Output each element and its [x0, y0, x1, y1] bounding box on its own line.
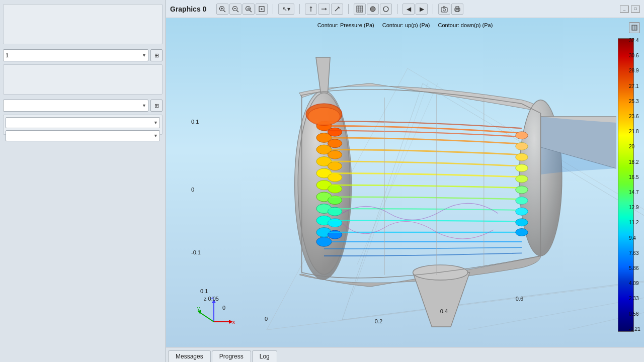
dropdown-row-1: 1 ▼ ⊞ [3, 49, 163, 61]
bottom-bar: Messages Progress Log [166, 347, 644, 362]
coord-x1: 0 [265, 316, 268, 322]
prev-btn[interactable]: ◀ [403, 4, 415, 15]
print-icon [454, 6, 461, 13]
svg-point-30 [443, 9, 446, 11]
toolbar-sep-3 [348, 4, 349, 14]
window-controls: _ □ [620, 6, 640, 13]
coord-axes-svg: z y x [196, 297, 236, 332]
panel-section-3: ▼ ▼ [3, 115, 163, 135]
scale-val-19: -1.21 [629, 327, 640, 332]
panel-section-2 [3, 64, 163, 95]
tab-messages[interactable]: Messages [168, 350, 211, 362]
contour-label-up: Contour: up(p) (Pa) [382, 22, 430, 28]
dropdown-2[interactable] [3, 100, 148, 112]
dropdown-wrapper-1[interactable]: 1 ▼ [3, 49, 148, 61]
viewport-icon-btn[interactable] [629, 22, 640, 33]
small-dropdown-1[interactable] [6, 117, 160, 128]
contour-labels: Contour: Pressure (Pa) Contour: up(p) (P… [317, 22, 493, 28]
scale-val-9: 16.5 [629, 175, 640, 180]
coord-z2: z 0.05 [204, 296, 219, 302]
toolbar-sep-5 [433, 4, 433, 14]
small-dropdown-row-2: ▼ [6, 130, 160, 141]
y-axis-label: y [197, 306, 200, 311]
shade-icon [369, 6, 376, 13]
arrow-btn[interactable]: ↖▾ [278, 4, 294, 15]
coord-z1: 0.1 [200, 288, 208, 294]
scale-val-13: 9.4 [629, 236, 640, 241]
contour-label-down: Contour: down(p) (Pa) [438, 22, 493, 28]
axis-x2: 0.2 [375, 318, 382, 324]
svg-point-28 [383, 7, 388, 12]
scale-val-6: 21.8 [629, 129, 640, 134]
zoom-fit-btn[interactable]: ⊕ [243, 4, 255, 15]
axis2-icon [320, 6, 328, 13]
svg-point-73 [516, 153, 528, 161]
graphics-viewport[interactable]: Contour: Pressure (Pa) Contour: up(p) (P… [166, 18, 644, 347]
svg-point-74 [516, 164, 528, 172]
camera-btn[interactable] [438, 4, 450, 15]
scale-val-14: 7.63 [629, 251, 640, 256]
tab-log[interactable]: Log [252, 350, 277, 362]
maximize-btn[interactable]: □ [631, 6, 640, 13]
svg-point-64 [328, 162, 342, 170]
axis-y-neg: -0.1 [191, 249, 201, 255]
svg-line-19 [335, 7, 339, 11]
svg-point-79 [516, 219, 528, 226]
svg-point-76 [516, 186, 528, 194]
wireframe-btn[interactable] [380, 4, 392, 15]
small-dropdown-wrapper-1[interactable]: ▼ [6, 117, 160, 128]
axis1-btn[interactable] [305, 4, 317, 15]
small-dropdown-wrapper-2[interactable]: ▼ [6, 130, 160, 141]
scale-val-16: 4.09 [629, 281, 640, 286]
svg-point-62 [328, 139, 342, 148]
scale-val-1: 30.6 [629, 53, 640, 58]
zoom-out-btn[interactable] [229, 4, 242, 15]
toolbar-zoom-group: ⊕ [216, 4, 268, 15]
icon-btn-2[interactable]: ⊞ [150, 100, 163, 112]
toolbar-sep-4 [397, 4, 397, 14]
scale-val-0: 32.4 [629, 38, 640, 43]
scale-val-12: 11.2 [629, 220, 640, 225]
minimize-btn[interactable]: _ [620, 6, 629, 13]
zoom-in-btn[interactable] [216, 4, 228, 15]
scale-val-18: 0.56 [629, 312, 640, 317]
scale-val-10: 14.7 [629, 190, 640, 195]
wireframe-icon [382, 6, 389, 13]
small-dropdown-2[interactable] [6, 130, 160, 141]
svg-point-65 [328, 173, 342, 182]
icon-btn-1[interactable]: ⊞ [150, 49, 163, 61]
axis3-btn[interactable] [331, 4, 343, 15]
contour-label-pressure: Contour: Pressure (Pa) [317, 22, 374, 28]
viewport-overlay-icon [631, 25, 637, 31]
dropdown-1[interactable]: 1 [3, 49, 148, 61]
next-btn[interactable]: ▶ [416, 4, 428, 15]
svg-point-78 [516, 208, 528, 215]
svg-point-71 [516, 132, 528, 139]
svg-point-80 [516, 229, 528, 236]
zoom-box-btn[interactable] [256, 4, 268, 15]
axis2-btn[interactable] [318, 4, 330, 15]
svg-point-72 [516, 142, 528, 150]
axis-y-zero: 0 [191, 187, 194, 193]
zoom-in-icon [219, 6, 226, 13]
tab-progress[interactable]: Progress [212, 350, 251, 362]
panel-section-1 [3, 4, 163, 44]
print-btn[interactable] [451, 4, 463, 15]
svg-text:⊕: ⊕ [247, 7, 250, 10]
color-scale: 32.4 30.6 28.9 27.1 25.3 23.6 21.8 20 18… [618, 38, 634, 332]
svg-point-63 [328, 150, 342, 159]
zoom-out-icon [232, 6, 239, 13]
toolbar-sep-2 [299, 4, 300, 14]
shade-btn[interactable] [367, 4, 379, 15]
svg-point-66 [328, 185, 342, 193]
graphics-title: Graphics 0 [170, 5, 206, 13]
zoom-fit-icon: ⊕ [245, 6, 252, 13]
coord-z3: 0 [222, 305, 225, 311]
svg-line-88 [199, 312, 214, 322]
axis3-icon [334, 6, 341, 13]
scale-val-4: 25.3 [629, 99, 640, 104]
dropdown-wrapper-2[interactable]: ▼ [3, 100, 148, 112]
zoom-box-icon [258, 6, 265, 13]
svg-point-69 [328, 219, 342, 227]
grid-btn[interactable] [354, 4, 366, 15]
